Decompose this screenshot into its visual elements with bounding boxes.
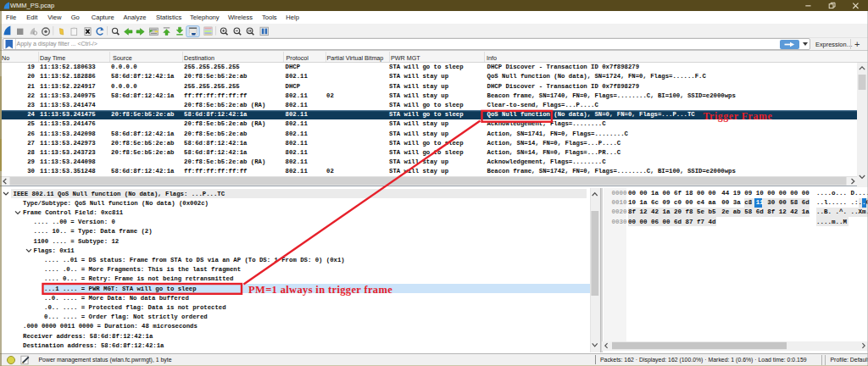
svg-text:PM=1 always in trigger frame: PM=1 always in trigger frame <box>248 284 392 296</box>
svg-text:Trigger Frame: Trigger Frame <box>704 110 773 122</box>
